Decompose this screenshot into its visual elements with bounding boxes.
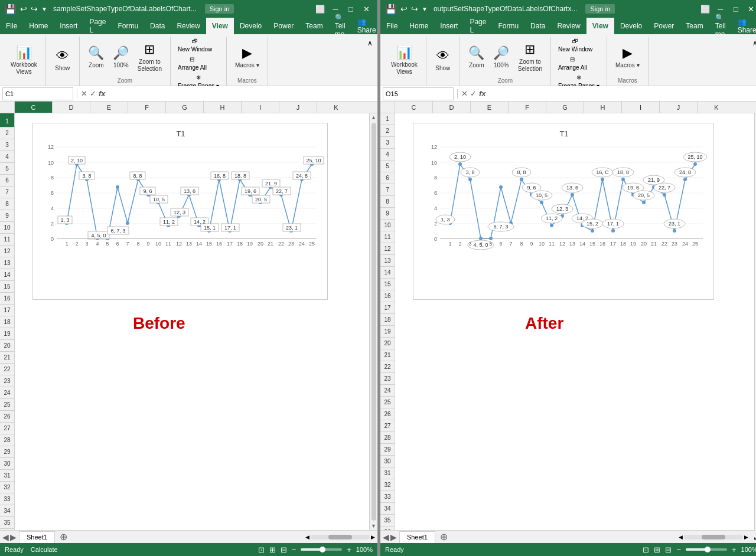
right-row-32[interactable]: 32 (380, 479, 395, 491)
left-customize-icon[interactable]: ▼ (41, 6, 47, 12)
left-row-22[interactable]: 22 (0, 364, 14, 375)
left-row-13[interactable]: 13 (0, 257, 14, 269)
right-row-27[interactable]: 27 (380, 420, 395, 432)
right-tab-formulas[interactable]: Formu (492, 18, 524, 34)
left-add-sheet-btn[interactable]: ⊕ (57, 531, 70, 544)
left-row-20[interactable]: 20 (0, 340, 14, 352)
right-tab-tellme[interactable]: 🔍 Tell me (709, 18, 732, 34)
right-sheet-tab-1[interactable]: Sheet1 (399, 531, 435, 543)
left-row-33[interactable]: 33 (0, 493, 14, 505)
left-grid-area[interactable]: T1 12 8 6 4 2 (15, 113, 369, 530)
right-row-16[interactable]: 16 (380, 290, 395, 302)
right-row-18[interactable]: 18 (380, 314, 395, 326)
left-row-19[interactable]: 19 (0, 328, 14, 340)
left-tab-file[interactable]: File (0, 18, 23, 34)
right-hscroll-right[interactable]: ▶ (744, 534, 748, 540)
left-show-btn[interactable]: 👁 Show (51, 46, 74, 74)
right-row-14[interactable]: 14 (380, 267, 395, 279)
left-col-I[interactable]: I (242, 102, 279, 113)
left-page-layout-icon[interactable]: ⊞ (269, 545, 276, 554)
right-tab-view[interactable]: View (586, 18, 614, 34)
right-zoom-selection-btn[interactable]: ⊞ Zoom toSelection (514, 40, 546, 75)
right-row-4[interactable]: 4 (380, 149, 395, 161)
left-col-E[interactable]: E (90, 102, 128, 113)
right-row-22[interactable]: 22 (380, 361, 395, 373)
right-sign-in[interactable]: Sign in (585, 4, 615, 14)
right-tab-file[interactable]: File (380, 18, 403, 34)
right-row-8[interactable]: 8 (380, 196, 395, 208)
left-tab-team[interactable]: Team (299, 18, 328, 34)
left-row-6[interactable]: 6 (0, 175, 14, 187)
right-row-29[interactable]: 29 (380, 444, 395, 456)
right-row-17[interactable]: 17 (380, 302, 395, 314)
right-zoom-slider[interactable] (686, 548, 727, 551)
right-grid-area[interactable]: T1 12 10 8 6 4 2 (395, 113, 754, 530)
left-ribbon-collapse-btn[interactable]: ∧ (365, 37, 375, 86)
left-row-14[interactable]: 14 (0, 269, 14, 281)
right-row-11[interactable]: 11 (380, 231, 395, 243)
right-row-28[interactable]: 28 (380, 432, 395, 444)
left-sheet-next-btn[interactable]: ▶ (10, 532, 17, 542)
right-page-layout-icon[interactable]: ⊞ (654, 545, 660, 554)
left-row-7[interactable]: 7 (0, 187, 14, 198)
right-tab-icon[interactable]: ⬜ (699, 2, 712, 15)
left-col-D[interactable]: D (53, 102, 90, 113)
right-zoom-minus[interactable]: − (676, 545, 681, 554)
left-row-21[interactable]: 21 (0, 352, 14, 364)
right-row-20[interactable]: 20 (380, 338, 395, 349)
right-ribbon-collapse-btn[interactable]: ∧ (750, 37, 756, 86)
left-zoom-btn[interactable]: 🔍 Zoom (84, 43, 108, 71)
right-row-24[interactable]: 24 (380, 385, 395, 397)
left-tab-formulas[interactable]: Formu (112, 18, 144, 34)
left-row-31[interactable]: 31 (0, 470, 14, 482)
right-tab-team[interactable]: Team (680, 18, 709, 34)
right-tab-data[interactable]: Data (524, 18, 551, 34)
left-sheet-nav[interactable]: ◀ ▶ (0, 532, 19, 542)
left-col-F[interactable]: F (128, 102, 166, 113)
right-customize-icon[interactable]: ▼ (422, 6, 428, 12)
left-hscroll-thumb[interactable] (328, 535, 352, 539)
right-zoom100-btn[interactable]: 🔎 100% (490, 43, 513, 71)
right-normal-view-icon[interactable]: ⊡ (643, 545, 649, 554)
left-hscroll-left[interactable]: ◀ (305, 534, 309, 540)
left-row-27[interactable]: 27 (0, 423, 14, 434)
right-zoom-plus[interactable]: + (732, 545, 737, 554)
right-macros-btn[interactable]: ▶ Macros ▾ (612, 43, 643, 71)
left-col-K[interactable]: K (317, 102, 355, 113)
right-row-33[interactable]: 33 (380, 491, 395, 503)
right-row-1[interactable]: 1 (380, 113, 395, 125)
left-row-15[interactable]: 15 (0, 281, 14, 293)
right-row-15[interactable]: 15 (380, 279, 395, 290)
left-tab-developer[interactable]: Develo (234, 18, 268, 34)
right-row-25[interactable]: 25 (380, 397, 395, 408)
right-sheet-next-btn[interactable]: ▶ (390, 532, 397, 542)
right-col-J[interactable]: J (660, 102, 698, 113)
right-fx-icon[interactable]: fx (479, 89, 486, 98)
right-arrange-btn[interactable]: ⊟ Arrange All (556, 55, 589, 72)
right-col-E[interactable]: E (471, 102, 509, 113)
left-arrange-btn[interactable]: ⊟ Arrange All (175, 55, 209, 72)
left-tab-pagelayout[interactable]: Page L (83, 18, 112, 34)
right-maximize-btn[interactable]: □ (729, 2, 742, 15)
right-hscroll-left[interactable]: ◀ (679, 534, 683, 540)
left-row-23[interactable]: 23 (0, 375, 14, 387)
left-row-26[interactable]: 26 (0, 411, 14, 423)
left-row-30[interactable]: 30 (0, 458, 14, 470)
right-row-13[interactable]: 13 (380, 255, 395, 267)
right-save-icon[interactable]: 💾 (385, 4, 397, 15)
left-tab-tellme[interactable]: 🔍 Tell me (329, 18, 351, 34)
right-row-34[interactable]: 34 (380, 503, 395, 515)
left-undo-icon[interactable]: ↩ (20, 4, 27, 14)
left-hscroll-track[interactable] (311, 535, 370, 539)
left-tab-review[interactable]: Review (171, 18, 206, 34)
left-vscroll-thumb[interactable] (372, 123, 376, 521)
left-vscrollbar[interactable]: ▲ ▼ (369, 113, 377, 530)
left-row-1[interactable]: 1 (0, 116, 14, 127)
right-col-G[interactable]: G (546, 102, 584, 113)
left-sign-in[interactable]: Sign in (205, 4, 234, 14)
right-row-35[interactable]: 35 (380, 515, 395, 526)
right-col-I[interactable]: I (622, 102, 660, 113)
right-tab-pagelayout[interactable]: Page L (464, 18, 492, 34)
left-close-btn[interactable]: ✕ (360, 2, 373, 15)
left-tab-view[interactable]: View (206, 18, 234, 34)
